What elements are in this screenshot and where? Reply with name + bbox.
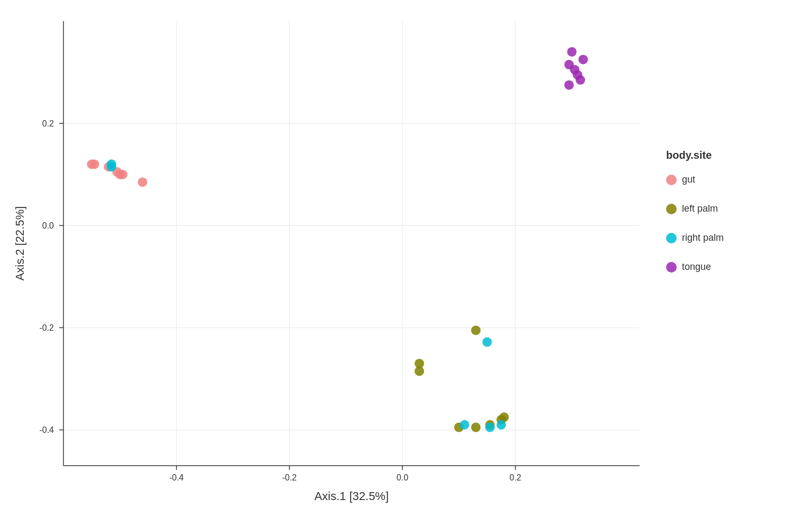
- point-tongue: [576, 75, 585, 85]
- svg-text:-0.4: -0.4: [39, 425, 54, 434]
- svg-text:-0.2: -0.2: [39, 323, 54, 332]
- svg-text:body.site: body.site: [666, 149, 712, 161]
- point-right_palm: [482, 337, 492, 347]
- svg-text:-0.4: -0.4: [169, 473, 184, 482]
- chart-container: -0.4-0.20.00.2-0.4-0.20.00.2Axis.1 [32.5…: [0, 0, 812, 508]
- legend-label-gut: gut: [682, 174, 695, 185]
- point-tongue: [567, 47, 577, 57]
- svg-text:0.0: 0.0: [396, 473, 408, 482]
- point-gut: [118, 170, 127, 179]
- legend-label-left-palm: left palm: [682, 203, 718, 214]
- point-right_palm: [496, 420, 506, 430]
- svg-text:Axis.1   [32.5%]: Axis.1 [32.5%]: [315, 489, 389, 503]
- point-right_palm: [107, 159, 116, 169]
- point-tongue: [564, 80, 574, 90]
- svg-text:0.2: 0.2: [510, 473, 521, 482]
- scatter-plot: -0.4-0.20.00.2-0.4-0.20.00.2Axis.1 [32.5…: [0, 0, 812, 508]
- legend-dot-left-palm: [666, 204, 677, 214]
- svg-text:Axis.2  [22.5%]: Axis.2 [22.5%]: [13, 206, 26, 281]
- point-right_palm: [485, 423, 495, 432]
- point-left_palm: [471, 423, 481, 432]
- svg-text:0.2: 0.2: [42, 119, 54, 128]
- legend-label-right-palm: right palm: [682, 232, 724, 243]
- legend-dot-right-palm: [666, 233, 677, 243]
- point-tongue: [578, 55, 588, 64]
- legend-dot-gut: [666, 175, 677, 185]
- legend-label-tongue: tongue: [682, 261, 711, 272]
- point-gut: [138, 177, 147, 187]
- point-gut: [90, 159, 99, 169]
- svg-text:0.0: 0.0: [42, 221, 54, 230]
- point-right_palm: [460, 420, 469, 430]
- point-left_palm: [414, 366, 424, 376]
- svg-text:-0.2: -0.2: [282, 473, 297, 482]
- legend-dot-tongue: [666, 262, 677, 273]
- point-left_palm: [471, 325, 481, 335]
